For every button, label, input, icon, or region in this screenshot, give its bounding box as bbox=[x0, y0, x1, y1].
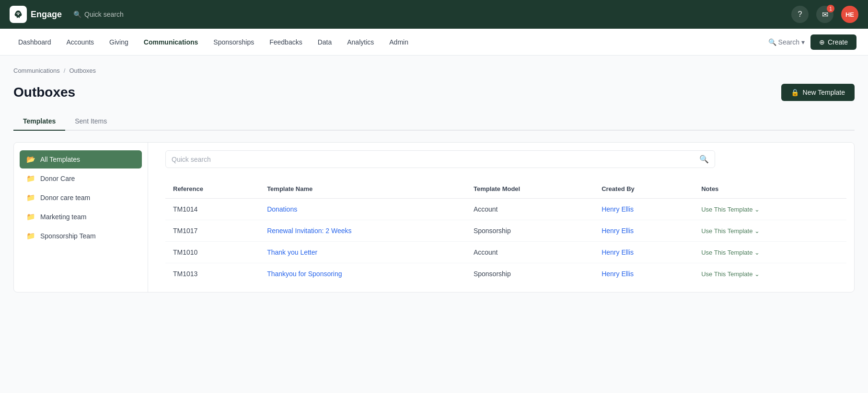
new-template-label: New Template bbox=[803, 89, 845, 96]
subnav-item-data[interactable]: Data bbox=[311, 34, 339, 50]
breadcrumb: Communications / Outboxes bbox=[13, 67, 855, 74]
new-template-button[interactable]: 🔒 New Template bbox=[781, 84, 855, 101]
created-by-link[interactable]: Henry Ellis bbox=[602, 270, 634, 278]
page-header: Outboxes 🔒 New Template bbox=[13, 84, 855, 101]
breadcrumb-outboxes: Outboxes bbox=[69, 67, 96, 74]
subnav-item-accounts[interactable]: Accounts bbox=[60, 34, 101, 50]
created-by-link[interactable]: Henry Ellis bbox=[602, 205, 634, 213]
cell-created-by: Henry Ellis bbox=[594, 199, 694, 220]
cell-action: Use This Template ⌄ bbox=[694, 220, 846, 242]
table-row: TM1013 Thankyou for Sponsoring Sponsorsh… bbox=[165, 263, 846, 285]
use-template-button[interactable]: Use This Template ⌄ bbox=[701, 206, 760, 213]
app-name: Engage bbox=[31, 10, 62, 20]
breadcrumb-separator: / bbox=[64, 67, 66, 74]
topbar: Engage 🔍 Quick search ? ✉ 1 HE bbox=[0, 0, 868, 29]
folder-icon: 📁 bbox=[26, 213, 35, 221]
cell-action: Use This Template ⌄ bbox=[694, 199, 846, 220]
subnav-item-communications[interactable]: Communications bbox=[137, 34, 205, 50]
created-by-link[interactable]: Henry Ellis bbox=[602, 248, 634, 256]
use-template-button[interactable]: Use This Template ⌄ bbox=[701, 270, 760, 278]
notification-badge: 1 bbox=[827, 5, 834, 12]
cell-reference: TM1017 bbox=[165, 220, 259, 242]
main-content: Communications / Outboxes Outboxes 🔒 New… bbox=[0, 56, 868, 393]
sidebar-item-marketing-team[interactable]: 📁 Marketing team bbox=[20, 208, 142, 226]
create-button[interactable]: ⊕ Create bbox=[810, 34, 856, 50]
content-area: 📂 All Templates 📁 Donor Care 📁 Donor car… bbox=[13, 142, 855, 292]
template-name-link[interactable]: Thank you Letter bbox=[267, 248, 317, 256]
right-panel: 🔍 Emails Documents SMS Reference Templat… bbox=[158, 143, 854, 292]
plus-icon: ⊕ bbox=[819, 38, 825, 46]
sidebar-item-label: Donor Care bbox=[40, 175, 75, 182]
use-template-button[interactable]: Use This Template ⌄ bbox=[701, 249, 760, 256]
tab-templates[interactable]: Templates bbox=[13, 112, 65, 131]
subnav-search[interactable]: 🔍 Search ▾ bbox=[768, 38, 805, 46]
quick-search[interactable]: 🔍 Quick search bbox=[73, 11, 124, 18]
subnav-item-giving[interactable]: Giving bbox=[103, 34, 135, 50]
col-created-by: Created By bbox=[594, 180, 694, 199]
cell-template-model: Account bbox=[466, 242, 594, 263]
sidebar-item-donor-care[interactable]: 📁 Donor Care bbox=[20, 169, 142, 188]
subnav-item-sponsorships[interactable]: Sponsorships bbox=[207, 34, 261, 50]
logo-icon bbox=[10, 6, 27, 23]
cell-template-name: Thankyou for Sponsoring bbox=[259, 263, 466, 285]
sidebar: 📂 All Templates 📁 Donor Care 📁 Donor car… bbox=[14, 143, 148, 292]
topbar-right: ? ✉ 1 HE bbox=[791, 6, 858, 23]
template-name-link[interactable]: Renewal Invitation: 2 Weeks bbox=[267, 227, 351, 235]
use-template-button[interactable]: Use This Template ⌄ bbox=[701, 227, 760, 235]
search-bar: 🔍 bbox=[165, 150, 715, 168]
notifications-button[interactable]: ✉ 1 bbox=[816, 6, 833, 23]
sidebar-item-donor-care-team[interactable]: 📁 Donor care team bbox=[20, 189, 142, 207]
quick-search-label: Quick search bbox=[84, 11, 124, 18]
create-label: Create bbox=[828, 38, 848, 46]
col-template-name: Template Name bbox=[259, 180, 466, 199]
subnav: Dashboard Accounts Giving Communications… bbox=[0, 29, 868, 56]
lock-icon: 🔒 bbox=[791, 89, 799, 96]
subnav-item-feedbacks[interactable]: Feedbacks bbox=[263, 34, 309, 50]
svg-point-0 bbox=[18, 14, 19, 15]
search-icon: 🔍 bbox=[699, 155, 709, 164]
tabs: Templates Sent Items bbox=[13, 112, 855, 131]
templates-table: Reference Template Name Template Model C… bbox=[165, 180, 846, 284]
tab-sent-items[interactable]: Sent Items bbox=[65, 112, 116, 131]
sidebar-item-sponsorship-team[interactable]: 📁 Sponsorship Team bbox=[20, 227, 142, 245]
help-button[interactable]: ? bbox=[791, 6, 809, 23]
cell-template-model: Sponsorship bbox=[466, 263, 594, 285]
avatar[interactable]: HE bbox=[841, 6, 858, 23]
search-icon: 🔍 bbox=[73, 11, 81, 18]
app-logo[interactable]: Engage bbox=[10, 6, 62, 23]
template-name-link[interactable]: Thankyou for Sponsoring bbox=[267, 270, 342, 278]
chevron-down-icon: ⌄ bbox=[754, 227, 760, 235]
chevron-down-icon: ⌄ bbox=[754, 249, 760, 256]
col-template-model: Template Model bbox=[466, 180, 594, 199]
cell-reference: TM1013 bbox=[165, 263, 259, 285]
cell-created-by: Henry Ellis bbox=[594, 220, 694, 242]
created-by-link[interactable]: Henry Ellis bbox=[602, 227, 634, 235]
sidebar-item-label: Donor care team bbox=[40, 194, 90, 202]
table-row: TM1017 Renewal Invitation: 2 Weeks Spons… bbox=[165, 220, 846, 242]
table-row: TM1010 Thank you Letter Account Henry El… bbox=[165, 242, 846, 263]
search-label: Search bbox=[778, 38, 799, 46]
sidebar-item-label: Marketing team bbox=[40, 213, 86, 221]
cell-reference: TM1014 bbox=[165, 199, 259, 220]
subnav-item-dashboard[interactable]: Dashboard bbox=[12, 34, 58, 50]
cell-created-by: Henry Ellis bbox=[594, 263, 694, 285]
sidebar-item-all-templates[interactable]: 📂 All Templates bbox=[20, 150, 142, 168]
chevron-down-icon: ⌄ bbox=[754, 206, 760, 213]
cell-template-model: Account bbox=[466, 199, 594, 220]
cell-reference: TM1010 bbox=[165, 242, 259, 263]
folder-open-icon: 📂 bbox=[26, 155, 35, 164]
subnav-item-admin[interactable]: Admin bbox=[382, 34, 415, 50]
col-reference: Reference bbox=[165, 180, 259, 199]
sidebar-item-label: All Templates bbox=[40, 156, 80, 163]
col-notes: Notes bbox=[694, 180, 846, 199]
breadcrumb-communications[interactable]: Communications bbox=[13, 67, 60, 74]
search-input[interactable] bbox=[172, 156, 695, 163]
table-row: TM1014 Donations Account Henry Ellis Use… bbox=[165, 199, 846, 220]
cell-template-name: Thank you Letter bbox=[259, 242, 466, 263]
cell-action: Use This Template ⌄ bbox=[694, 263, 846, 285]
template-name-link[interactable]: Donations bbox=[267, 205, 297, 213]
subnav-item-analytics[interactable]: Analytics bbox=[340, 34, 381, 50]
cell-template-model: Sponsorship bbox=[466, 220, 594, 242]
cell-template-name: Renewal Invitation: 2 Weeks bbox=[259, 220, 466, 242]
search-wrapper: 🔍 bbox=[165, 150, 715, 176]
